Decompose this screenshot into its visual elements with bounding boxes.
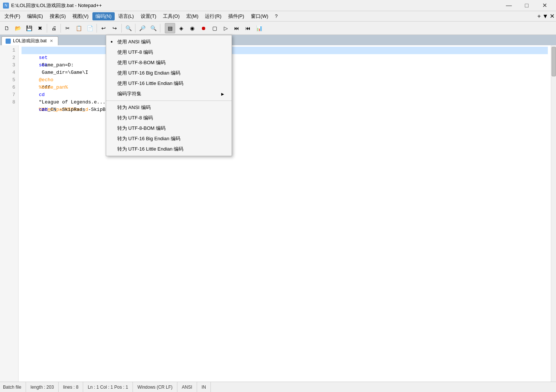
kw-cd: cd [39,92,45,98]
line-num-7: 7 [3,91,15,99]
encoding-conv-utf16be-label: 转为 UTF-16 Big Endian 编码 [117,135,180,142]
toolbar-r5[interactable]: ▢ [209,23,220,33]
menu-settings[interactable]: 设置(T) [138,12,160,20]
menu-language[interactable]: 语言(L) [115,12,137,20]
maximize-button[interactable]: □ [518,0,535,11]
toolbar-sep-6 [160,24,160,33]
menu-macro[interactable]: 宏(M) [183,12,202,20]
encoding-conv-utf8bom[interactable]: 转为 UTF-8-BOM 编码 [106,123,232,134]
toolbar-r6[interactable]: ▷ [220,23,231,33]
toolbar-r7[interactable]: ⏭ [232,23,242,33]
submenu-arrow-icon: ▶ [221,92,224,96]
line-num-3: 3 [3,62,15,69]
var-game-pan: %Game_pan% [39,85,68,90]
encoding-conv-utf16le[interactable]: 转为 UTF-16 Little Endian 编码 [106,144,232,154]
add-tab-button[interactable]: + [537,13,541,20]
title-bar: N E:\LOL回放\LOL游戏回放.bat - Notepad++ — □ ✕ [0,0,556,11]
save-button[interactable]: 💾 [24,23,34,33]
zoom-out-button[interactable]: 🔍 [148,23,158,33]
menu-plugins[interactable]: 插件(P) [225,12,247,20]
status-length: length : 203 [26,382,59,392]
line-num-4: 4 [3,69,15,76]
encoding-use-utf8[interactable]: 使用 UTF-8 编码 [106,47,232,57]
encoding-charset[interactable]: 编码字符集 ▶ [106,89,232,99]
status-cursor: Ln : 1 Col : 1 Pos : 1 [83,382,133,392]
code-line-7: "League of Legends.e... zh_CN -SkipRads … [22,91,548,99]
close-tab-button[interactable]: ✕ [550,13,555,20]
toolbar-r1[interactable]: ▤ [165,23,175,33]
encoding-use-utf16le[interactable]: 使用 UTF-16 Little Endian 编码 [106,78,232,89]
copy-button[interactable]: 📋 [73,23,84,33]
title-controls: — □ ✕ [500,0,553,11]
str-league: "League of Legends.e... [39,99,105,105]
line-num-8: 8 [3,99,15,106]
status-lines: lines : 8 [59,382,83,392]
dropdown-tabs-button[interactable]: ▼ [542,13,548,20]
menu-file[interactable]: 文件(F) [1,12,23,20]
tab-label: LOL游戏回放.bat [13,38,47,44]
encoding-use-utf8bom[interactable]: 使用 UTF-8-BOM 编码 [106,57,232,68]
cut-button[interactable]: ✂ [62,23,73,33]
toolbar-r3[interactable]: ◉ [187,23,197,33]
menu-edit[interactable]: 编辑(E) [24,12,46,20]
code-line-6: cd %Game_pan%%Game_d [22,84,548,91]
find-button[interactable]: 🔍 [123,23,134,33]
line-num-6: 6 [3,84,15,91]
code-line-5: %Game_pan% [22,76,548,84]
menu-encoding[interactable]: 编码(N) [92,12,115,20]
encoding-use-ansi[interactable]: 使用 ANSI 编码 [106,37,232,47]
line-num-1: 1 [3,47,15,54]
status-ins: IN [197,382,211,392]
line-num-2: 2 [3,54,15,62]
toolbar-r2[interactable]: ◈ [176,23,186,33]
print-button[interactable]: 🖨 [49,23,59,33]
status-encoding: ANSI [177,382,197,392]
tab-close-button[interactable]: ✕ [49,39,54,44]
str-args: zh_CN -SkipRads -SkipBuild [39,107,117,112]
menu-help[interactable]: ? [272,12,281,20]
menu-window[interactable]: 窗口(W) [248,12,271,20]
toolbar-sep-5 [135,24,135,33]
toolbar: 🗋 📂 💾 ✖ 🖨 ✂ 📋 📄 ↩ ↪ 🔍 🔎 🔍 ▤ ◈ ◉ ⏺ ▢ ▷ ⏭ … [0,22,556,35]
title-bar-left: N E:\LOL回放\LOL游戏回放.bat - Notepad++ [3,2,102,9]
encoding-use-utf16be[interactable]: 使用 UTF-16 Big Endian 编码 [106,68,232,78]
line-numbers: 1 2 3 4 5 6 7 8 [0,45,19,382]
toolbar-r9[interactable]: 📊 [254,23,264,33]
menu-search[interactable]: 搜索(S) [47,12,69,20]
paste-button[interactable]: 📄 [85,23,95,33]
encoding-conv-ansi[interactable]: 转为 ANSI 编码 [106,102,232,113]
encoding-use-ansi-label: 使用 ANSI 编码 [117,39,151,45]
encoding-menu[interactable]: 使用 ANSI 编码 使用 UTF-8 编码 使用 UTF-8-BOM 编码 使… [106,35,232,156]
menu-run[interactable]: 运行(R) [202,12,224,20]
editor-container: 1 2 3 4 5 6 7 8 set Game_pan=D: set Game… [0,45,556,382]
kw-set-2: set [39,62,48,68]
line-num-5: 5 [3,76,15,84]
toolbar-r4[interactable]: ⏺ [198,23,209,33]
toolbar-right: ▤ ◈ ◉ ⏺ ▢ ▷ ⏭ ⏮ 📊 [165,23,264,33]
tab-bar: LOL游戏回放.bat ✕ [0,35,556,45]
scrollbar-thumb[interactable] [552,47,556,76]
minimize-button[interactable]: — [500,0,517,11]
redo-button[interactable]: ↪ [109,23,120,33]
close-file-button[interactable]: ✖ [35,23,45,33]
encoding-use-utf16be-label: 使用 UTF-16 Big Endian 编码 [117,70,180,76]
encoding-conv-utf8[interactable]: 转为 UTF-8 编码 [106,113,232,123]
new-button[interactable]: 🗋 [1,23,12,33]
code-area[interactable]: set Game_pan=D: set Game_dir=\Game\I @ec… [19,45,551,382]
open-button[interactable]: 📂 [13,23,23,33]
vertical-scrollbar[interactable] [551,45,556,382]
kw-cmd: cmd [39,107,48,112]
tab-lol[interactable]: LOL游戏回放.bat ✕ [1,36,58,45]
close-button[interactable]: ✕ [536,0,553,11]
toolbar-sep-1 [47,24,47,33]
menu-tools[interactable]: 工具(O) [160,12,183,20]
encoding-use-utf16le-label: 使用 UTF-16 Little Endian 编码 [117,80,183,87]
encoding-conv-utf16be[interactable]: 转为 UTF-16 Big Endian 编码 [106,134,232,144]
menu-view[interactable]: 视图(V) [69,12,91,20]
toolbar-r8[interactable]: ⏮ [243,23,253,33]
undo-button[interactable]: ↩ [98,23,109,33]
kw-set-1: set [39,55,48,60]
zoom-in-button[interactable]: 🔎 [137,23,147,33]
encoding-use-utf8bom-label: 使用 UTF-8-BOM 编码 [117,59,166,66]
code-line-2: set Game_dir=\Game\I [22,54,548,62]
